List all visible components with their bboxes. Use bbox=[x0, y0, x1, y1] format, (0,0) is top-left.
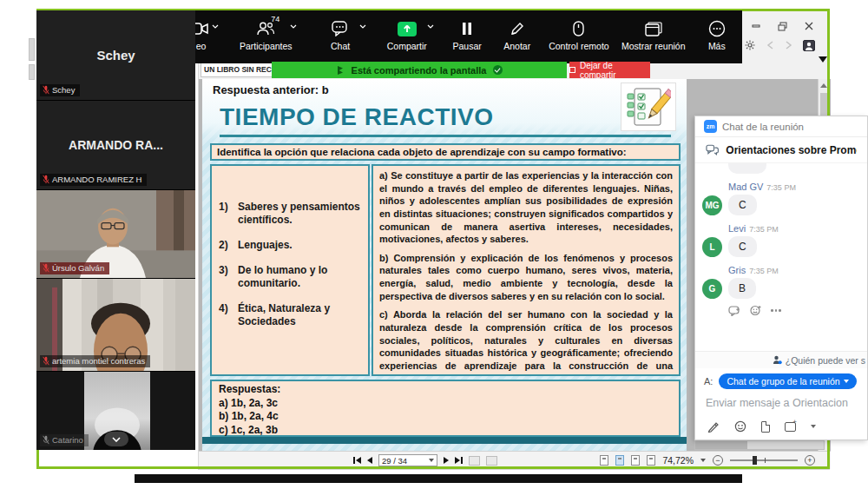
toolbar-remote-control-button[interactable]: Control remoto bbox=[542, 10, 615, 63]
slide-prompt: Identifica la opción que relaciona cada … bbox=[210, 143, 681, 161]
paragraph-a: a) Se constituye a partir de las experie… bbox=[379, 169, 673, 246]
single-page-view-icon[interactable] bbox=[600, 455, 608, 466]
chevron-down-icon[interactable] bbox=[811, 425, 816, 428]
screen: UN LIBRO SIN RECET Respuesta bbox=[0, 0, 868, 489]
chat-window: zm Chat de la reunión Orientaciones sobr… bbox=[694, 116, 868, 440]
to-label: A: bbox=[704, 376, 713, 387]
recipient-selector[interactable]: Chat de grupo de la reunión bbox=[719, 373, 856, 389]
chat-footer-toolbar bbox=[695, 413, 867, 439]
chat-message: Levi7:35 PM L C bbox=[702, 223, 860, 257]
participants-count-badge: 74 bbox=[271, 15, 279, 23]
first-page-button[interactable] bbox=[353, 457, 361, 464]
privacy-note[interactable]: ¿Quién puede ver s bbox=[695, 351, 867, 368]
next-view-button[interactable] bbox=[486, 456, 497, 466]
muted-mic-icon bbox=[43, 356, 49, 366]
next-page-button[interactable] bbox=[444, 457, 449, 464]
video-button-partial[interactable]: eo bbox=[195, 10, 222, 63]
minimize-icon[interactable] bbox=[750, 21, 762, 31]
option-item: 4)Ética, Naturaleza y Sociedades bbox=[219, 302, 361, 328]
document-tab[interactable]: UN LIBRO SIN RECET bbox=[201, 63, 275, 77]
slide-answers: Respuestas: a) 1b, 2a, 3c b) 1b, 2a, 4c … bbox=[210, 380, 681, 437]
chevron-down-icon[interactable] bbox=[359, 24, 366, 29]
two-page-continuous-view-icon[interactable] bbox=[647, 455, 655, 466]
emoji-reaction-icon[interactable] bbox=[750, 305, 761, 316]
emoji-icon[interactable] bbox=[734, 420, 746, 433]
attach-file-icon[interactable] bbox=[761, 421, 770, 433]
video-tile-schey[interactable]: Schey Schey bbox=[36, 10, 195, 100]
sharing-status-banner: Está compartiendo la pantalla bbox=[272, 62, 567, 78]
participant-nameplate: Úrsulo Galván bbox=[40, 262, 109, 274]
toolbar-annotate-button[interactable]: Anotar bbox=[491, 10, 542, 63]
partial-message-bubble bbox=[728, 163, 766, 174]
zoom-in-button[interactable]: + bbox=[805, 455, 815, 466]
toolbar-show-meeting-button[interactable]: Mostrar reunión bbox=[615, 10, 692, 63]
settings-gear-icon[interactable] bbox=[744, 40, 756, 50]
participant-nameplate: artemia montiel contreras bbox=[40, 355, 150, 367]
forward-icon[interactable] bbox=[783, 40, 795, 50]
stop-sharing-button[interactable]: Dejar de compartir bbox=[569, 62, 650, 78]
option-item: 3)De lo humano y lo comunitario. bbox=[219, 264, 361, 290]
chevron-down-icon[interactable] bbox=[427, 24, 434, 29]
mouse-icon bbox=[573, 19, 584, 38]
video-tile-ursulo[interactable]: Úrsulo Galván bbox=[36, 189, 195, 278]
reply-icon[interactable] bbox=[728, 306, 740, 316]
left-mini-scrollbar[interactable] bbox=[29, 38, 35, 106]
account-avatar-icon[interactable] bbox=[803, 40, 815, 50]
back-icon[interactable] bbox=[764, 40, 776, 50]
format-text-icon[interactable] bbox=[707, 420, 720, 433]
restore-icon[interactable] bbox=[777, 21, 789, 31]
video-tile-artemia[interactable]: artemia montiel contreras bbox=[36, 278, 195, 371]
chat-bubbles-icon bbox=[706, 144, 719, 155]
sharing-icon bbox=[336, 65, 345, 76]
collapse-videos-button[interactable] bbox=[104, 432, 128, 446]
zoom-dropdown-caret[interactable] bbox=[700, 459, 706, 462]
message-text: B bbox=[728, 278, 756, 299]
two-page-view-icon[interactable] bbox=[631, 455, 640, 466]
chevron-down-icon[interactable] bbox=[290, 24, 297, 29]
toolbar-share-button[interactable]: Compartir bbox=[372, 10, 443, 63]
participant-nameplate: Schey bbox=[40, 84, 80, 96]
close-icon[interactable] bbox=[803, 21, 815, 31]
muted-mic-icon bbox=[43, 175, 49, 184]
chat-messages[interactable]: Mad GV7:35 PM MG C Levi7:35 PM L C Gris7… bbox=[695, 163, 867, 351]
video-tile-catarino[interactable]: Catarino bbox=[36, 371, 195, 450]
page-indicator-field[interactable]: 29 / 34 bbox=[378, 454, 437, 466]
zoom-slider[interactable] bbox=[730, 459, 798, 461]
toolbar-more-button[interactable]: Más bbox=[692, 10, 742, 63]
chat-icon bbox=[332, 19, 349, 38]
paragraph-c: c) Aborda la relación del ser humano con… bbox=[379, 308, 673, 376]
taskbar-strip bbox=[135, 474, 742, 483]
toolbar-chat-button[interactable]: Chat bbox=[309, 10, 371, 63]
more-options-icon[interactable] bbox=[771, 309, 781, 312]
check-circle-icon bbox=[493, 65, 503, 75]
chat-titlebar[interactable]: zm Chat de la reunión bbox=[695, 116, 867, 137]
previous-answer-text: Respuesta anterior: b bbox=[213, 83, 687, 96]
avatar: L bbox=[702, 237, 722, 257]
screenshot-icon[interactable] bbox=[785, 422, 796, 432]
previous-view-button[interactable] bbox=[469, 456, 480, 466]
toolbar-participants-button[interactable]: 74 Participantes bbox=[222, 10, 309, 63]
chevron-down-icon bbox=[112, 437, 121, 442]
video-tile-armando[interactable]: ARMANDO RA... ARMANDO RAMIREZ H bbox=[36, 100, 195, 189]
last-page-button[interactable] bbox=[455, 457, 463, 464]
chrome-dropdown-caret[interactable] bbox=[819, 56, 827, 63]
avatar: MG bbox=[702, 195, 722, 215]
chevron-down-icon[interactable] bbox=[212, 24, 219, 29]
muted-mic-icon bbox=[43, 263, 49, 273]
zoom-out-button[interactable]: − bbox=[713, 455, 723, 466]
horizontal-scrollbar[interactable] bbox=[694, 440, 825, 450]
continuous-view-icon[interactable] bbox=[615, 455, 624, 466]
participant-name: Schey bbox=[36, 48, 195, 63]
message-actions bbox=[728, 305, 860, 316]
window-icon bbox=[645, 19, 662, 38]
muted-mic-icon bbox=[43, 435, 49, 445]
zoom-level-value[interactable]: 74,72% bbox=[662, 455, 694, 466]
previous-page-button[interactable] bbox=[367, 457, 372, 464]
zoom-logo: zm bbox=[704, 120, 717, 133]
option-item: 2)Lenguajes. bbox=[219, 239, 361, 252]
participants-panel: Schey Schey ARMANDO RA... ARMANDO RAMIRE… bbox=[36, 10, 195, 450]
chat-message-input[interactable] bbox=[704, 396, 858, 410]
pause-icon bbox=[461, 19, 473, 38]
toolbar-pause-button[interactable]: Pausar bbox=[443, 10, 492, 63]
chat-channel-header[interactable]: Orientaciones sobre Promo bbox=[695, 137, 867, 163]
